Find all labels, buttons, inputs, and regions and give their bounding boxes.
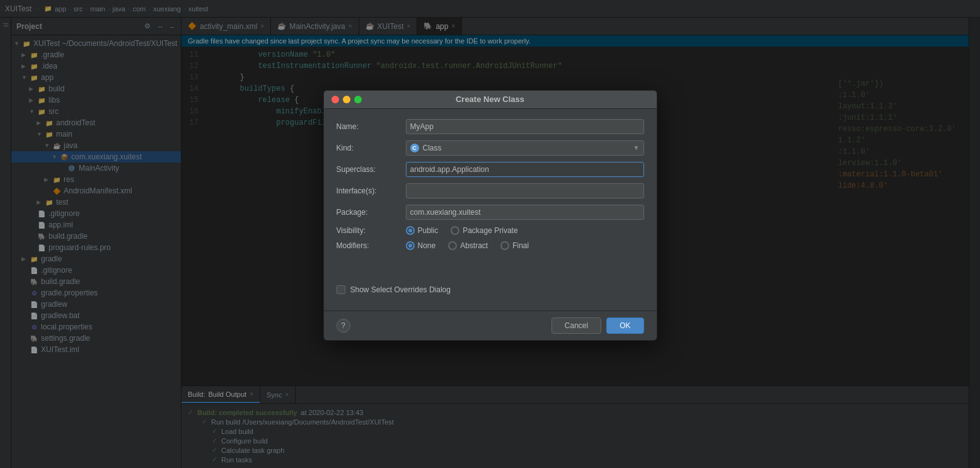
help-icon: ? — [341, 321, 345, 330]
close-button-traffic[interactable] — [331, 96, 339, 103]
minimize-button-traffic[interactable] — [343, 96, 350, 103]
modifier-abstract-label: Abstract — [460, 241, 488, 250]
kind-field-wrapper: C Class ▼ — [406, 140, 644, 156]
show-overrides-row: Show Select Overrides Dialog — [337, 285, 644, 294]
visibility-public-label: Public — [418, 226, 439, 235]
form-row-package: Package: — [337, 205, 644, 220]
modal-traffic-lights — [331, 96, 362, 103]
modal-scroll-area — [337, 256, 644, 275]
kind-label: Kind: — [337, 144, 406, 152]
kind-select-text: Class — [423, 144, 630, 152]
interfaces-input[interactable] — [406, 183, 644, 198]
modal-titlebar: Create New Class — [324, 91, 657, 109]
form-row-visibility: Visibility: Public Package Private — [337, 226, 644, 235]
package-input[interactable] — [406, 205, 644, 220]
visibility-package-private-radio[interactable] — [451, 226, 459, 235]
visibility-package-private[interactable]: Package Private — [451, 226, 517, 235]
form-row-name: Name: — [337, 119, 644, 134]
ok-button[interactable]: OK — [606, 317, 643, 334]
modifier-none-radio[interactable] — [406, 241, 415, 250]
name-label: Name: — [337, 122, 406, 131]
modifier-abstract[interactable]: Abstract — [448, 241, 488, 250]
modifier-final[interactable]: Final — [500, 241, 529, 250]
dialog-title: Create New Class — [324, 94, 657, 104]
modifiers-label: Modifiers: — [337, 241, 406, 250]
modifier-none-label: None — [418, 241, 436, 250]
name-input[interactable] — [406, 119, 644, 134]
modal-overlay: Create New Class Name: Kind: C Class ▼ — [0, 0, 980, 468]
form-row-modifiers: Modifiers: None Abstract Final — [337, 241, 644, 250]
help-button[interactable]: ? — [337, 319, 350, 333]
kind-select[interactable]: C Class ▼ — [406, 140, 644, 156]
modal-body: Name: Kind: C Class ▼ Superclass: — [324, 109, 657, 311]
visibility-options: Public Package Private — [406, 226, 644, 235]
modal-footer: ? Cancel OK — [324, 311, 657, 340]
interfaces-label: Interface(s): — [337, 186, 406, 195]
modifiers-options: None Abstract Final — [406, 241, 644, 250]
footer-buttons: Cancel OK — [551, 317, 644, 334]
modifier-none[interactable]: None — [406, 241, 436, 250]
cancel-button[interactable]: Cancel — [551, 317, 601, 334]
create-new-class-dialog: Create New Class Name: Kind: C Class ▼ — [323, 90, 657, 341]
show-overrides-label[interactable]: Show Select Overrides Dialog — [350, 285, 451, 294]
package-label: Package: — [337, 208, 406, 217]
superclass-field-wrapper — [406, 162, 644, 177]
maximize-button-traffic[interactable] — [354, 96, 362, 103]
show-overrides-checkbox[interactable] — [337, 285, 345, 294]
form-row-interfaces: Interface(s): — [337, 183, 644, 198]
superclass-input[interactable] — [406, 162, 644, 177]
modifier-abstract-radio[interactable] — [448, 241, 457, 250]
visibility-package-private-label: Package Private — [463, 226, 517, 235]
form-row-superclass: Superclass: — [337, 162, 644, 177]
modifier-final-label: Final — [512, 241, 529, 250]
name-field-wrapper — [406, 119, 644, 134]
modifier-final-radio[interactable] — [500, 241, 509, 250]
interfaces-field-wrapper — [406, 183, 644, 198]
kind-select-class-icon: C — [410, 144, 419, 152]
visibility-public-radio[interactable] — [406, 226, 415, 235]
visibility-public[interactable]: Public — [406, 226, 439, 235]
kind-select-arrow-icon: ▼ — [633, 144, 640, 151]
visibility-label: Visibility: — [337, 226, 406, 235]
package-field-wrapper — [406, 205, 644, 220]
superclass-label: Superclass: — [337, 165, 406, 174]
form-row-kind: Kind: C Class ▼ — [337, 140, 644, 156]
